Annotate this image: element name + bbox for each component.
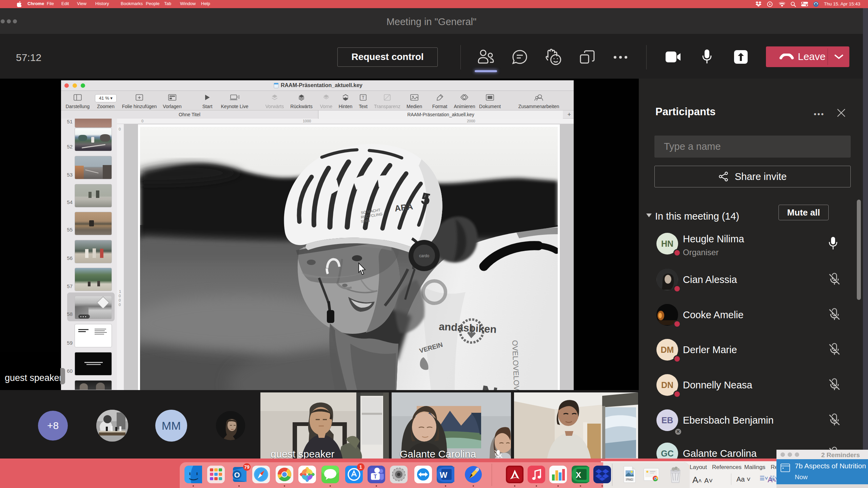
svg-text:PNG: PNG [626, 478, 633, 481]
svg-text:cardo: cardo [419, 253, 429, 258]
svg-text:OVELOVELOVEL: OVELOVELOVEL [511, 340, 521, 390]
svg-text:T: T [362, 95, 364, 100]
svg-text:O: O [234, 471, 240, 479]
svg-text:W: W [440, 470, 448, 480]
svg-text:T: T [374, 474, 377, 480]
svg-text:X: X [576, 470, 581, 480]
